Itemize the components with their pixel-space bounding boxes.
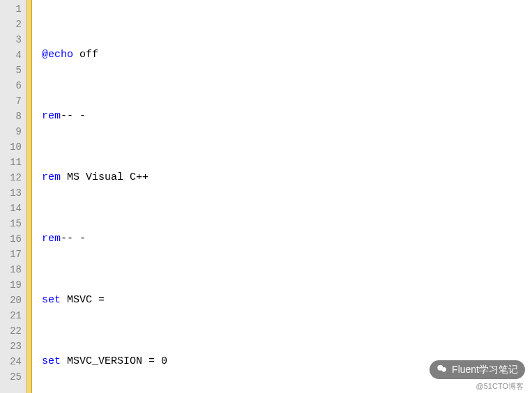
code-text: MS Visual C++ bbox=[61, 171, 149, 183]
line-number: 12 bbox=[0, 170, 22, 185]
line-number: 13 bbox=[0, 185, 22, 201]
line-number: 7 bbox=[0, 93, 22, 109]
code-line[interactable]: rem-- - bbox=[42, 231, 532, 247]
line-number: 20 bbox=[0, 293, 22, 308]
line-number: 10 bbox=[0, 139, 22, 155]
line-number: 2 bbox=[0, 17, 22, 32]
keyword: rem bbox=[42, 110, 61, 122]
line-number-gutter: 1 2 3 4 5 6 7 8 9 10 11 12 13 14 15 16 1… bbox=[0, 0, 26, 393]
watermark-badge: Fluent学习笔记 bbox=[430, 360, 525, 379]
code-area[interactable]: @echo off rem-- - rem MS Visual C++ rem-… bbox=[32, 0, 532, 393]
line-number: 1 bbox=[0, 1, 22, 17]
keyword: set bbox=[42, 294, 61, 306]
wechat-icon bbox=[436, 363, 448, 376]
code-line[interactable]: set MSVC = bbox=[42, 293, 532, 308]
svg-point-1 bbox=[441, 367, 446, 372]
keyword: rem bbox=[42, 233, 61, 245]
line-number: 3 bbox=[0, 32, 22, 47]
line-number: 19 bbox=[0, 277, 22, 293]
line-number: 9 bbox=[0, 124, 22, 139]
line-number: 17 bbox=[0, 247, 22, 262]
code-line[interactable]: rem-- - bbox=[42, 109, 532, 124]
code-text: -- - bbox=[61, 110, 86, 122]
line-number: 24 bbox=[0, 354, 22, 369]
code-text: MSVC = bbox=[61, 294, 105, 306]
line-number: 8 bbox=[0, 109, 22, 124]
code-text: MSVC_VERSION = 0 bbox=[61, 355, 167, 367]
keyword: rem bbox=[42, 171, 61, 183]
change-marker-column bbox=[26, 0, 32, 393]
line-number: 14 bbox=[0, 201, 22, 216]
line-number: 22 bbox=[0, 323, 22, 339]
line-number: 21 bbox=[0, 308, 22, 323]
line-number: 11 bbox=[0, 155, 22, 170]
keyword: @echo bbox=[42, 49, 73, 61]
line-number: 23 bbox=[0, 339, 22, 354]
watermark-text: Fluent学习笔记 bbox=[452, 364, 518, 376]
line-number: 4 bbox=[0, 47, 22, 63]
watermark-sub: @51CTO博客 bbox=[476, 381, 524, 392]
keyword: set bbox=[42, 355, 61, 367]
line-number: 15 bbox=[0, 216, 22, 231]
line-number: 5 bbox=[0, 63, 22, 78]
code-line[interactable]: rem MS Visual C++ bbox=[42, 170, 532, 185]
code-text: -- - bbox=[61, 233, 86, 245]
line-number: 6 bbox=[0, 78, 22, 93]
code-text: off bbox=[73, 49, 98, 61]
line-number: 18 bbox=[0, 262, 22, 277]
line-number: 25 bbox=[0, 369, 22, 385]
code-editor[interactable]: 1 2 3 4 5 6 7 8 9 10 11 12 13 14 15 16 1… bbox=[0, 0, 532, 393]
line-number: 16 bbox=[0, 231, 22, 247]
code-line[interactable]: @echo off bbox=[42, 47, 532, 63]
